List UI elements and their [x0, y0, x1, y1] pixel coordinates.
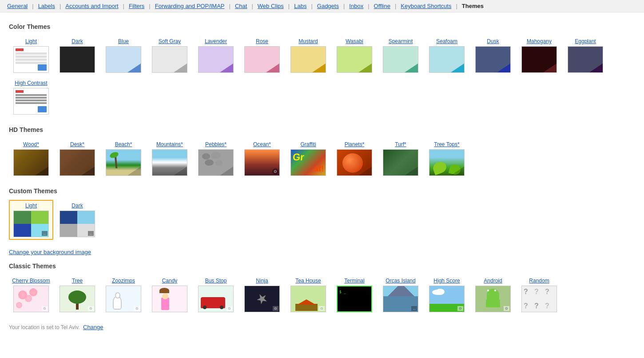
theme-highcontrast-label: High Contrast	[15, 80, 47, 86]
theme-dark-thumb	[60, 46, 95, 73]
theme-dusk-thumb	[475, 46, 511, 73]
nav-item-chat[interactable]: Chat	[232, 2, 250, 10]
theme-pebbles[interactable]: Pebbles*	[194, 139, 238, 179]
theme-mahogany[interactable]: Mahogany	[517, 36, 561, 76]
theme-ninja-thumb: ⊙	[244, 286, 280, 312]
theme-spearmint-label: Spearmint	[389, 38, 413, 44]
theme-pebbles-thumb	[198, 149, 234, 176]
theme-highscore-thumb: ⊙	[429, 286, 465, 312]
theme-highscore[interactable]: High Score ⊙	[425, 275, 469, 315]
nav-item-forwarding[interactable]: Forwarding and POP/IMAP	[152, 2, 227, 10]
theme-cherry-thumb: ⊙	[13, 286, 49, 312]
theme-light-label: Light	[25, 38, 37, 44]
theme-zoozimps[interactable]: Zoozimps ⊙	[101, 275, 146, 315]
theme-tree[interactable]: Tree ⊙	[55, 275, 99, 315]
theme-orcas-island[interactable]: Orcas Island ...	[378, 275, 423, 315]
theme-planets[interactable]: Planets*	[332, 139, 377, 179]
theme-mustard-thumb	[290, 46, 326, 73]
theme-rose-label: Rose	[256, 38, 268, 44]
theme-highscore-label: High Score	[433, 278, 460, 284]
theme-eggplant[interactable]: Eggplant	[563, 36, 608, 76]
nav-item-offline[interactable]: Offline	[371, 2, 393, 10]
theme-busstop[interactable]: Bus Stop ⊙	[194, 275, 238, 315]
nav-item-accounts[interactable]: Accounts and Import	[63, 2, 121, 10]
theme-custom-light[interactable]: Light ...	[9, 200, 53, 240]
custom-themes-section: Custom Themes Light ... Dark	[9, 187, 635, 255]
theme-lavender-thumb	[198, 46, 234, 73]
theme-wasabi[interactable]: Wasabi	[332, 36, 377, 76]
theme-blue[interactable]: Blue	[101, 36, 146, 76]
theme-desk[interactable]: Desk*	[55, 139, 99, 179]
theme-dusk[interactable]: Dusk	[471, 36, 515, 76]
theme-ninja[interactable]: Ninja ⊙	[240, 275, 284, 315]
theme-spearmint[interactable]: Spearmint	[378, 36, 423, 76]
theme-random-thumb: ? ? ? ? ? ?	[521, 286, 557, 312]
theme-beach-thumb	[106, 149, 141, 176]
theme-wasabi-label: Wasabi	[346, 38, 363, 44]
theme-turf-thumb	[383, 149, 418, 176]
theme-teahouse[interactable]: Tea House ⊙	[286, 275, 330, 315]
theme-light[interactable]: Light	[9, 36, 53, 76]
theme-highcontrast[interactable]: High Contrast	[9, 77, 53, 117]
theme-random[interactable]: Random ? ? ? ? ? ?	[517, 275, 561, 315]
theme-custom-light-thumb: ...	[13, 211, 49, 237]
nav-item-keyboard[interactable]: Keyboard Shortcuts	[398, 2, 454, 10]
theme-blue-label: Blue	[118, 38, 129, 44]
theme-dark[interactable]: Dark	[55, 36, 99, 76]
hd-themes-row: Wood* Desk* Beach*	[9, 139, 635, 179]
theme-eggplant-label: Eggplant	[575, 38, 596, 44]
theme-cherry-label: Cherry Blossom	[12, 278, 50, 284]
theme-blue-thumb	[106, 46, 141, 73]
theme-ocean-thumb: ⊙	[244, 149, 280, 176]
settings-nav: General | Labels | Accounts and Import |…	[0, 0, 644, 12]
theme-ocean[interactable]: Ocean* ⊙	[240, 139, 284, 179]
theme-zoozimps-label: Zoozimps	[112, 278, 135, 284]
theme-rose[interactable]: Rose	[240, 36, 284, 76]
theme-custom-light-label: Light	[25, 203, 37, 209]
theme-cherry-blossom[interactable]: Cherry Blossom ⊙	[9, 275, 53, 315]
nav-item-filters[interactable]: Filters	[126, 2, 147, 10]
nav-item-labs[interactable]: Labs	[291, 2, 309, 10]
theme-lavender[interactable]: Lavender	[194, 36, 238, 76]
theme-tree-label: Tree	[72, 278, 83, 284]
theme-light-thumb	[13, 46, 49, 73]
change-background-link[interactable]: Change your background image	[9, 249, 635, 255]
theme-mahogany-label: Mahogany	[527, 38, 552, 44]
hd-themes-section: HD Themes Wood* Desk* Beach*	[9, 126, 635, 179]
theme-mountains[interactable]: Mountains*	[147, 139, 192, 179]
color-themes-section: Color Themes Light Dark	[9, 23, 635, 117]
theme-custom-dark[interactable]: Dark ...	[55, 200, 99, 240]
theme-graffiti-label: Graffiti	[300, 141, 316, 147]
theme-wood-label: Wood*	[23, 141, 39, 147]
nav-item-inbox[interactable]: Inbox	[346, 2, 366, 10]
theme-terminal[interactable]: Terminal $ _	[332, 275, 377, 315]
nav-item-themes[interactable]: Themes	[459, 2, 486, 10]
theme-pebbles-label: Pebbles*	[205, 141, 227, 147]
theme-wood[interactable]: Wood*	[9, 139, 53, 179]
theme-softgray-label: Soft Gray	[159, 38, 181, 44]
theme-mustard[interactable]: Mustard	[286, 36, 330, 76]
nav-item-labels[interactable]: Labels	[36, 2, 58, 10]
theme-beach[interactable]: Beach*	[101, 139, 146, 179]
change-location-link[interactable]: Change	[83, 324, 103, 330]
theme-ocean-label: Ocean*	[253, 141, 271, 147]
theme-android[interactable]: Android ⊙	[471, 275, 515, 315]
theme-ninja-label: Ninja	[256, 278, 268, 284]
nav-item-webclips[interactable]: Web Clips	[255, 2, 286, 10]
nav-item-gadgets[interactable]: Gadgets	[314, 2, 342, 10]
theme-mountains-thumb	[152, 149, 187, 176]
theme-softgray[interactable]: Soft Gray	[147, 36, 192, 76]
theme-seafoam-thumb	[429, 46, 465, 73]
theme-dark-label: Dark	[72, 38, 83, 44]
theme-beach-label: Beach*	[115, 141, 132, 147]
theme-treetops[interactable]: Tree Tops*	[425, 139, 469, 179]
theme-candy[interactable]: Candy	[147, 275, 192, 315]
theme-busstop-thumb: ⊙	[198, 286, 234, 312]
theme-graffiti-thumb: Gr af!	[290, 149, 326, 176]
theme-seafoam[interactable]: Seafoam	[425, 36, 469, 76]
theme-turf[interactable]: Turf*	[378, 139, 423, 179]
nav-item-general[interactable]: General	[4, 2, 30, 10]
classic-themes-section: Classic Themes Cherry Blossom ⊙ Tree	[9, 263, 635, 315]
theme-android-label: Android	[484, 278, 502, 284]
theme-graffiti[interactable]: Graffiti Gr af!	[286, 139, 330, 179]
